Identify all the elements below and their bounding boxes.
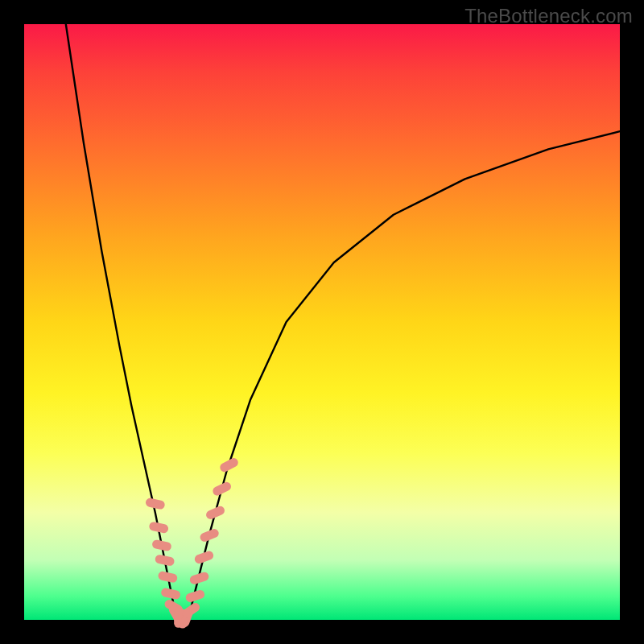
marker-dash [218,456,239,473]
curve-layer [66,24,620,620]
marker-dash [199,527,220,543]
marker-dash [157,571,178,584]
marker-dash [145,497,166,510]
chart-svg [24,24,620,620]
marker-dash [211,481,232,497]
marker-dash [148,521,169,534]
marker-dash [204,505,225,521]
marker-dash [155,554,175,567]
series-right-branch [188,131,621,620]
watermark-text: TheBottleneck.com [464,5,633,27]
marker-dash [151,539,172,552]
plot-area [24,24,620,620]
marker-dash [160,588,181,601]
chart-frame: TheBottleneck.com [0,0,644,644]
